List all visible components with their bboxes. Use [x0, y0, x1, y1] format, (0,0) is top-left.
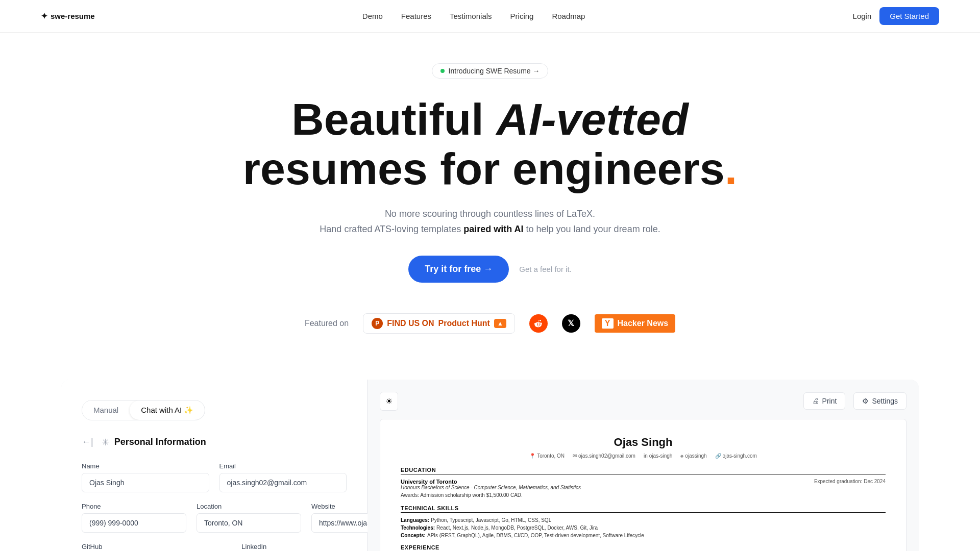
hero-title-dot: .	[725, 143, 737, 194]
skills-tech-text: React, Next.js, Node.js, MongoDB, Postgr…	[436, 525, 598, 531]
producthunt-name: Product Hunt	[438, 319, 490, 328]
nav-right: Login Get Started	[853, 7, 939, 25]
settings-label: Settings	[872, 397, 898, 405]
resume-experience-section: Experience Front-End Developer| Flow Rob…	[401, 544, 886, 551]
collapse-icon[interactable]: ←|	[82, 437, 93, 447]
hackernews-badge[interactable]: Y Hacker News	[595, 314, 675, 333]
resume-experience-title: Experience	[401, 544, 886, 551]
resume-location: 📍 Toronto, ON	[529, 453, 565, 459]
name-group: Name	[82, 462, 209, 492]
resume-skills-section: Technical Skills Languages: Python, Type…	[401, 505, 886, 538]
hackernews-text: Hacker News	[618, 319, 669, 328]
phone-label: Phone	[82, 503, 186, 510]
demo-section: Manual Chat with AI ✨ ←| ✳ Personal Info…	[61, 380, 919, 551]
phone-location-website-row: Phone Location Website	[82, 503, 347, 533]
try-free-button[interactable]: Try it for free →	[408, 256, 509, 283]
github-linkedin-row: GitHub github.com/ LinkedIn linkedin.com…	[82, 543, 347, 551]
skills-tech-label: Technologies:	[401, 525, 435, 531]
skills-languages-row: Languages: Python, Typescript, Javascrip…	[401, 517, 886, 523]
github-label: GitHub	[82, 543, 231, 550]
location-group: Location	[197, 503, 301, 533]
hero-sub2-post: to help you land your dream role.	[524, 224, 660, 234]
reddit-icon[interactable]	[529, 314, 548, 333]
logo[interactable]: ✦ swe-resume	[41, 11, 95, 21]
hero-title-part2: resumes for engineers	[243, 143, 725, 194]
resume-li: in ojas-singh	[644, 453, 672, 459]
toolbar-right: 🖨 Print ⚙ Settings	[803, 392, 906, 410]
resume-edu-header: University of Toronto Expected graduatio…	[401, 479, 886, 485]
resume-education-title: Education	[401, 467, 886, 474]
email-group: Email	[219, 462, 347, 492]
producthunt-logo: P	[372, 318, 383, 329]
nav-demo[interactable]: Demo	[362, 12, 383, 20]
name-label: Name	[82, 462, 209, 470]
resume-edu-date: Expected graduation: Dec 2024	[814, 479, 886, 485]
producthunt-arrow: ▲	[494, 319, 506, 328]
hero-sub1: No more scouring through countless lines…	[385, 209, 595, 219]
skills-concepts-label: Concepts:	[401, 533, 426, 538]
get-started-button[interactable]: Get Started	[879, 7, 939, 25]
nav-links: Demo Features Testimonials Pricing Roadm…	[362, 12, 585, 20]
resume-contact: 📍 Toronto, ON ✉ ojas.singh02@gmail.com i…	[401, 453, 886, 459]
skills-concepts-text: APIs (REST, GraphQL), Agile, DBMS, CI/CD…	[427, 533, 644, 538]
skills-concepts-row: Concepts: APIs (REST, GraphQL), Agile, D…	[401, 532, 886, 538]
x-twitter-icon[interactable]: 𝕏	[562, 314, 580, 333]
hero-badge[interactable]: Introducing SWE Resume →	[432, 63, 549, 79]
badge-text: Introducing SWE Resume →	[449, 67, 540, 75]
featured-row: Featured on P FIND US ON Product Hunt ▲ …	[20, 313, 960, 334]
settings-button[interactable]: ⚙ Settings	[853, 392, 906, 410]
resume-skills-title: Technical Skills	[401, 505, 886, 513]
phone-input[interactable]	[82, 513, 186, 533]
producthunt-badge[interactable]: P FIND US ON Product Hunt ▲	[363, 313, 515, 334]
resume-name: Ojas Singh	[401, 436, 886, 449]
email-input[interactable]	[219, 473, 347, 492]
print-icon: 🖨	[812, 397, 819, 405]
nav-features[interactable]: Features	[401, 12, 431, 20]
resume-edu-award: Awards: Admission scholarship worth $1,5…	[401, 491, 886, 499]
x-logo-text: 𝕏	[568, 318, 574, 328]
theme-button[interactable]: ☀	[380, 392, 398, 411]
badge-dot	[440, 69, 445, 73]
print-button[interactable]: 🖨 Print	[803, 392, 846, 410]
print-label: Print	[822, 397, 837, 405]
ai-tab[interactable]: Chat with AI ✨	[130, 400, 205, 420]
hero-cta: Try it for free → Get a feel for it.	[20, 256, 960, 283]
hero-subtitle: No more scouring through countless lines…	[20, 206, 960, 237]
github-group: GitHub github.com/	[82, 543, 231, 551]
resume-preview: Ojas Singh 📍 Toronto, ON ✉ ojas.singh02@…	[380, 419, 906, 551]
skills-tech-row: Technologies: React, Next.js, Node.js, M…	[401, 524, 886, 531]
resume-education-section: Education University of Toronto Expected…	[401, 467, 886, 499]
mode-tabs: Manual Chat with AI ✨	[82, 400, 205, 420]
nav-roadmap[interactable]: Roadmap	[552, 12, 585, 20]
navbar: ✦ swe-resume Demo Features Testimonials …	[0, 0, 980, 33]
section-title-row: ←| ✳ Personal Information	[82, 437, 347, 448]
hero-title-part1: Beautiful	[291, 94, 496, 144]
hero-sub2-pre: Hand crafted ATS-loving templates	[320, 224, 463, 234]
hackernews-y: Y	[602, 318, 614, 329]
resume-gh: ⎈ ojassingh	[680, 453, 706, 459]
nav-testimonials[interactable]: Testimonials	[450, 12, 492, 20]
manual-tab[interactable]: Manual	[82, 400, 130, 420]
location-input[interactable]	[197, 513, 301, 533]
name-input[interactable]	[82, 473, 209, 492]
form-panel: Manual Chat with AI ✨ ←| ✳ Personal Info…	[61, 380, 368, 551]
resume-edu-degree: Honours Bachelors of Science - Computer …	[401, 485, 886, 490]
hero-feel-text: Get a feel for it.	[519, 265, 572, 273]
resume-edu-org: University of Toronto	[401, 479, 457, 485]
logo-icon: ✦	[41, 11, 47, 21]
nav-pricing[interactable]: Pricing	[510, 12, 534, 20]
name-email-row: Name Email	[82, 462, 347, 492]
hero-title-italic: AI-vetted	[496, 94, 689, 144]
skills-languages-text: Python, Typescript, Javascript, Go, HTML…	[431, 517, 551, 523]
phone-group: Phone	[82, 503, 186, 533]
email-label: Email	[219, 462, 347, 470]
resume-edu-item: University of Toronto Expected graduatio…	[401, 479, 886, 499]
resume-email: ✉ ojas.singh02@gmail.com	[573, 453, 635, 459]
resume-skills-item: Languages: Python, Typescript, Javascrip…	[401, 517, 886, 538]
location-label: Location	[197, 503, 301, 510]
toolbar-left: ☀	[380, 392, 398, 411]
login-button[interactable]: Login	[853, 12, 872, 20]
logo-text: swe-resume	[51, 12, 95, 20]
settings-icon: ⚙	[862, 397, 869, 405]
hero-sub2-bold: paired with AI	[463, 224, 523, 234]
